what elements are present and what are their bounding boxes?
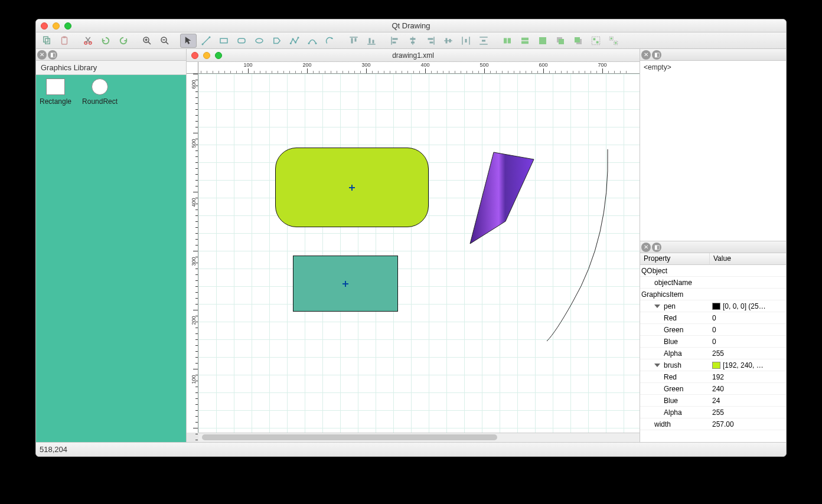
same-width-button[interactable] [499, 34, 516, 48]
zoom-in-button[interactable] [139, 34, 155, 48]
float-panel-icon[interactable]: ◧ [652, 243, 661, 252]
same-height-button[interactable] [517, 34, 533, 48]
zoom-out-button[interactable] [156, 34, 173, 48]
svg-point-8 [202, 43, 204, 45]
ruler-corner [187, 62, 198, 74]
svg-rect-25 [410, 38, 416, 40]
prop-pen-blue[interactable]: 0 [710, 338, 786, 346]
svg-rect-39 [559, 39, 564, 44]
same-size-button[interactable] [534, 34, 551, 48]
redo-button[interactable] [115, 34, 132, 48]
document-titlebar[interactable]: drawing1.xml [187, 49, 640, 62]
toolbar [36, 32, 786, 49]
right-panel: ✕ ◧ <empty> ✕ ◧ Property Value QObject o… [640, 49, 786, 442]
bezier-tool[interactable] [304, 34, 321, 48]
window-title: Qt Drawing [36, 21, 786, 30]
prop-qobject: QObject [640, 267, 710, 275]
close-panel-icon[interactable]: ✕ [641, 243, 651, 252]
library-tab[interactable]: Graphics Library [36, 61, 186, 75]
cut-button[interactable] [80, 34, 96, 48]
main-area: ✕ ◧ Graphics Library Rectangle RoundRect [36, 49, 786, 442]
copy-button[interactable] [38, 34, 55, 48]
brush-swatch-icon[interactable] [712, 362, 720, 369]
svg-point-9 [209, 36, 211, 38]
chevron-down-icon[interactable] [654, 305, 660, 308]
props-header: Property Value [640, 253, 786, 265]
arc-tool[interactable] [322, 34, 338, 48]
prop-brush-red[interactable]: 192 [710, 373, 786, 381]
float-panel-icon[interactable]: ◧ [652, 50, 661, 60]
prop-pen-value: [0, 0, 0] (25… [723, 302, 766, 310]
prop-pen: pen [664, 302, 676, 310]
svg-rect-44 [596, 41, 599, 43]
close-panel-icon[interactable]: ✕ [37, 50, 47, 60]
align-hcenter-button[interactable] [405, 34, 421, 48]
props-body[interactable]: QObject objectName GraphicsItem pen [0, … [640, 265, 786, 442]
ruler-horizontal[interactable]: 100 200 300 400 500 600 700 [198, 62, 640, 74]
svg-rect-2 [62, 37, 67, 44]
polyline-tool[interactable] [286, 34, 303, 48]
align-vcenter-button[interactable] [440, 34, 456, 48]
distribute-h-button[interactable] [458, 34, 474, 48]
prop-pen-red[interactable]: 0 [710, 314, 786, 322]
prop-brush-alpha[interactable]: 255 [710, 408, 786, 417]
library-item-rectangle[interactable]: Rectangle [40, 78, 71, 106]
hierarchy-panel[interactable]: <empty> [640, 61, 786, 241]
rect-tool[interactable] [216, 34, 232, 48]
prop-width-value[interactable]: 257.00 [710, 420, 786, 428]
undo-button[interactable] [97, 34, 114, 48]
svg-point-14 [292, 38, 294, 40]
svg-point-13 [290, 42, 292, 44]
ungroup-button[interactable] [605, 34, 622, 48]
select-tool[interactable] [180, 34, 197, 48]
ellipse-tool[interactable] [251, 34, 268, 48]
hierarchy-panel-header: ✕ ◧ [640, 49, 786, 61]
align-top-button[interactable] [345, 34, 362, 48]
polygon-tool[interactable] [269, 34, 285, 48]
svg-rect-30 [449, 39, 451, 42]
align-left-button[interactable] [387, 34, 403, 48]
scrollbar-thumb[interactable] [202, 434, 497, 440]
align-bottom-button[interactable] [363, 34, 380, 48]
prop-pen-green[interactable]: 0 [710, 326, 786, 334]
lib-item-label: Rectangle [40, 97, 71, 106]
library-item-roundrect[interactable]: RoundRect [82, 78, 118, 106]
shape-polygon[interactable] [467, 150, 544, 248]
svg-rect-10 [220, 38, 227, 43]
svg-rect-22 [373, 40, 374, 43]
svg-rect-24 [393, 41, 396, 43]
titlebar[interactable]: Qt Drawing [36, 19, 786, 32]
shape-curve[interactable] [544, 149, 615, 344]
svg-rect-19 [351, 38, 353, 43]
bring-front-button[interactable] [552, 34, 569, 48]
float-panel-icon[interactable]: ◧ [48, 50, 57, 60]
align-right-button[interactable] [422, 34, 439, 48]
library-body: Rectangle RoundRect [36, 75, 186, 442]
close-panel-icon[interactable]: ✕ [641, 50, 651, 60]
prop-brush-blue[interactable]: 24 [710, 397, 786, 405]
cursor-coords: 518,204 [40, 445, 67, 454]
distribute-v-button[interactable] [475, 34, 492, 48]
canvas[interactable] [198, 74, 640, 433]
roundrect-tool[interactable] [233, 34, 250, 48]
prop-pen-alpha[interactable]: 255 [710, 349, 786, 358]
props-col-value[interactable]: Value [710, 253, 786, 264]
pen-swatch-icon[interactable] [712, 303, 720, 310]
group-button[interactable] [588, 34, 604, 48]
send-back-button[interactable] [570, 34, 586, 48]
canvas-wrap: 100 200 300 400 500 600 700 600 500 400 … [187, 62, 640, 442]
svg-rect-47 [611, 37, 612, 39]
horizontal-scrollbar[interactable] [198, 433, 640, 442]
svg-rect-35 [521, 37, 529, 40]
paste-button[interactable] [56, 34, 73, 48]
svg-rect-26 [411, 41, 415, 43]
svg-point-16 [298, 37, 299, 38]
svg-point-12 [256, 38, 263, 43]
svg-rect-3 [63, 36, 66, 38]
svg-rect-48 [615, 42, 616, 44]
ruler-vertical[interactable]: 600 500 400 300 200 100 [187, 74, 198, 433]
chevron-down-icon[interactable] [654, 364, 660, 367]
line-tool[interactable] [198, 34, 214, 48]
props-col-property[interactable]: Property [640, 253, 710, 264]
prop-brush-green[interactable]: 240 [710, 385, 786, 393]
